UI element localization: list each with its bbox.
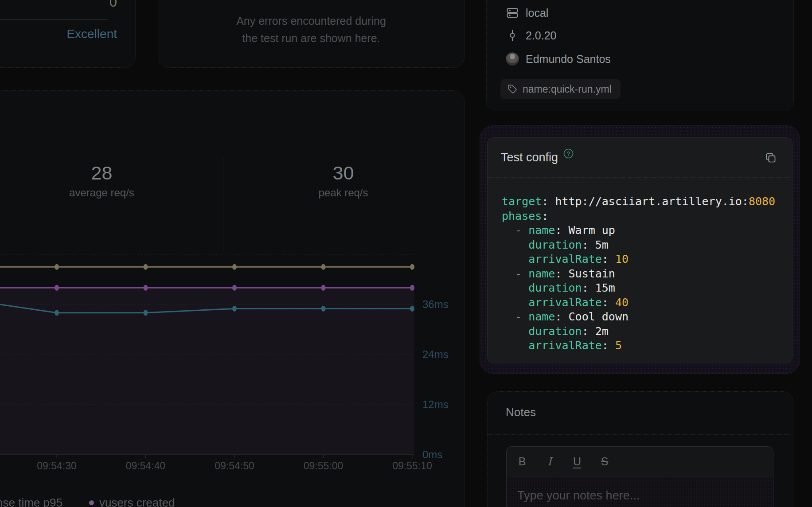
score-rating: Excellent: [66, 27, 117, 41]
yaml-code-line: arrivalRate: 40: [502, 296, 778, 310]
version-label: 2.0.20: [526, 29, 557, 42]
stats-top-divider: [0, 157, 464, 157]
yaml-code-line: target: http://asciiart.artillery.io:808…: [502, 195, 778, 209]
notes-editor: B I U S Type your notes here...: [506, 446, 773, 507]
run-meta-card: local 2.0.20 Edmundo Santos name:quick-r…: [486, 0, 794, 111]
stat-peak-reqs: 30 peak req/s: [223, 158, 464, 199]
author-row: Edmundo Santos: [506, 52, 611, 66]
errors-empty-line1: Any errors encountered during: [158, 12, 464, 30]
environment-row: local: [506, 6, 548, 20]
help-icon[interactable]: ?: [563, 148, 574, 160]
yaml-code-line: - name: Warm up: [502, 223, 778, 238]
chart-legend: response time p95vusers created: [0, 495, 175, 507]
copy-button[interactable]: [763, 150, 779, 166]
legend-label: response time p95: [0, 495, 62, 507]
version-row: 2.0.20: [506, 28, 557, 43]
yaml-code-line: - name: Sustain: [502, 267, 778, 281]
legend-label: vusers created: [99, 495, 175, 507]
avatar: [506, 52, 519, 66]
errors-empty-message: Any errors encountered during the test r…: [158, 12, 464, 47]
yaml-code-line: duration: 5m: [502, 238, 778, 253]
author-name: Edmundo Santos: [526, 53, 611, 66]
underline-button[interactable]: U: [571, 454, 583, 469]
legend-item[interactable]: response time p95: [0, 495, 62, 507]
test-config-title: Test config: [501, 151, 558, 164]
notes-input[interactable]: Type your notes here...: [507, 476, 773, 507]
yaml-code-line: phases:: [502, 209, 778, 224]
yaml-code-block[interactable]: target: http://asciiart.artillery.io:808…: [488, 178, 792, 353]
server-icon: [506, 6, 519, 20]
test-config-card: Test config ? target: http://asciiart.ar…: [487, 137, 792, 363]
score-divider: [0, 19, 108, 20]
errors-empty-line2: the test run are shown here.: [158, 30, 464, 47]
score-card: 0 Excellent: [0, 0, 136, 68]
stat-average-reqs: 28 average req/s: [0, 158, 223, 199]
yaml-code-line: arrivalRate: 10: [502, 252, 778, 267]
yaml-code-line: arrivalRate: 5: [502, 339, 778, 353]
notes-placeholder: Type your notes here...: [517, 489, 762, 503]
stats-row: 28 average req/s 30 peak req/s: [0, 158, 464, 199]
tag-icon: [508, 84, 517, 94]
stat-label: peak req/s: [223, 187, 464, 199]
notes-title: Notes: [506, 406, 536, 419]
legend-dot-icon: [89, 500, 94, 505]
svg-text:?: ?: [567, 150, 570, 157]
response-time-plot[interactable]: [0, 204, 465, 479]
yaml-code-line: duration: 15m: [502, 281, 778, 296]
notes-card: Notes B I U S Type your notes here...: [487, 391, 793, 507]
score-value: 0: [109, 0, 117, 10]
legend-item[interactable]: vusers created: [89, 495, 175, 507]
test-config-header: Test config ?: [488, 138, 792, 178]
tag-label: name:quick-run.yml: [523, 83, 612, 95]
errors-empty-card: Any errors encountered during the test r…: [158, 0, 465, 68]
stat-label: average req/s: [0, 187, 223, 199]
tag-chip[interactable]: name:quick-run.yml: [500, 79, 621, 99]
italic-button[interactable]: I: [544, 454, 555, 469]
strikethrough-button[interactable]: S: [599, 454, 610, 469]
yaml-code-line: - name: Cool down: [502, 310, 778, 324]
notes-toolbar: B I U S: [507, 447, 773, 476]
notes-divider: [488, 434, 793, 435]
bold-button[interactable]: B: [516, 454, 528, 469]
yaml-code-line: duration: 2m: [502, 324, 778, 339]
version-icon: [506, 29, 519, 42]
stat-value: 28: [0, 162, 223, 184]
stat-value: 30: [223, 162, 464, 184]
environment-label: local: [526, 7, 548, 20]
